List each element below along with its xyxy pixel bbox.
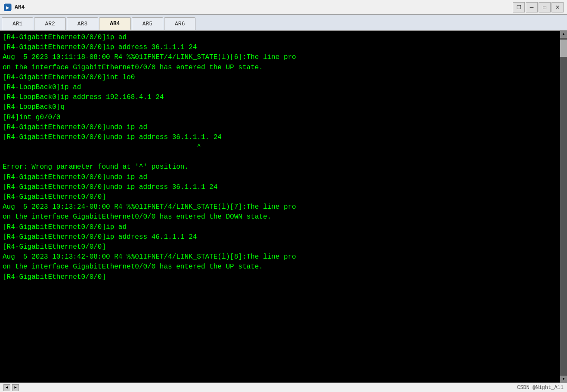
close-button[interactable]: ✕ [552,2,564,12]
tab-bar: AR1AR2AR3AR4AR5AR6 [0,15,567,31]
tab-ar1[interactable]: AR1 [2,17,33,30]
window-controls: ❐ ─ □ ✕ [513,2,564,12]
tab-ar6[interactable]: AR6 [164,17,195,30]
window-title: AR4 [15,4,25,10]
status-watermark: CSDN @Night_A11 [517,385,564,391]
tab-ar2[interactable]: AR2 [34,17,65,30]
scroll-down-button[interactable]: ▼ [560,376,567,383]
scroll-up-button[interactable]: ▲ [560,31,567,38]
scrollbar-track[interactable] [560,38,567,376]
status-bar: ◄ ► CSDN @Night_A11 [0,383,567,392]
svg-text:▶: ▶ [6,5,9,10]
terminal-output: [R4-GigabitEthernet0/0/0]ip ad [R4-Gigab… [3,33,558,282]
terminal-content: [R4-GigabitEthernet0/0/0]ip ad [R4-Gigab… [0,31,560,383]
restore-button[interactable]: ❐ [513,2,525,12]
minimize-button[interactable]: ─ [526,2,538,12]
tab-ar5[interactable]: AR5 [132,17,163,30]
scrollbar-thumb[interactable] [560,40,567,57]
status-left: ◄ ► [3,384,19,391]
scroll-left-button[interactable]: ◄ [3,384,10,391]
tab-ar3[interactable]: AR3 [67,17,98,30]
app-icon: ▶ [3,3,12,12]
scroll-right-button[interactable]: ► [12,384,19,391]
tab-ar4[interactable]: AR4 [99,17,130,30]
terminal-container: [R4-GigabitEthernet0/0/0]ip ad [R4-Gigab… [0,31,567,383]
maximize-button[interactable]: □ [539,2,551,12]
title-bar-left: ▶ AR4 [3,3,25,12]
scrollbar: ▲ ▼ [560,31,567,383]
title-bar: ▶ AR4 ❐ ─ □ ✕ [0,0,567,15]
